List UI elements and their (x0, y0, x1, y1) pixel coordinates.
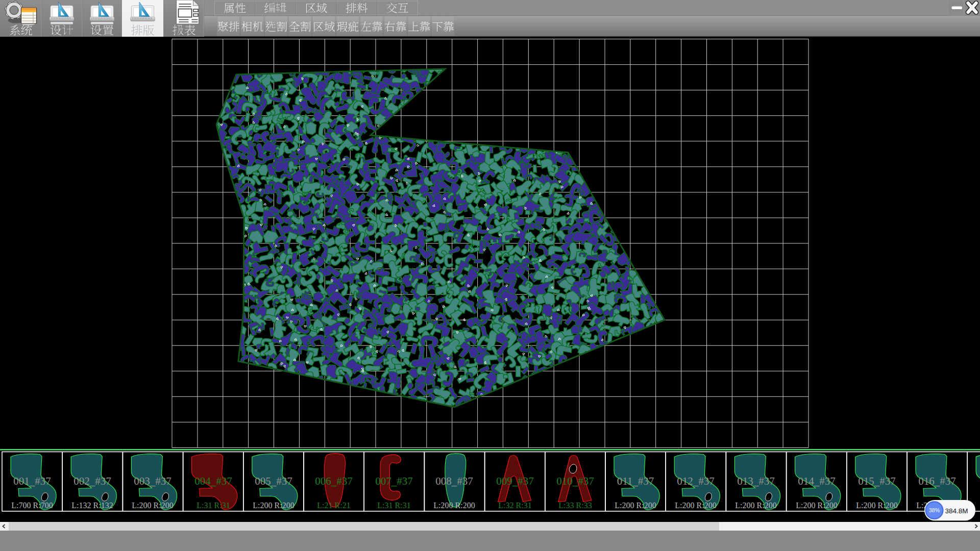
svg-text:015_#37: 015_#37 (858, 475, 896, 487)
svg-text:L:700 R:700: L:700 R:700 (11, 501, 53, 510)
svg-text:L:200 R:200: L:200 R:200 (856, 501, 897, 510)
svg-text:014_#37: 014_#37 (798, 475, 836, 487)
svg-text:011_#37: 011_#37 (617, 475, 654, 487)
svg-text:012_#37: 012_#37 (677, 475, 715, 487)
svg-text:010_#37: 010_#37 (556, 475, 594, 487)
svg-text:013_#37: 013_#37 (737, 475, 775, 487)
svg-text:38%: 38% (929, 507, 940, 513)
svg-text:L:132 R:132: L:132 R:132 (71, 501, 113, 510)
svg-text:002_#37: 002_#37 (74, 475, 111, 487)
svg-text:007_#37: 007_#37 (375, 475, 413, 487)
svg-text:L:33 R:33: L:33 R:33 (558, 501, 592, 510)
svg-text:L:200 R:200: L:200 R:200 (433, 501, 475, 510)
svg-text:006_#37: 006_#37 (315, 475, 353, 487)
svg-text:L:200 R:200: L:200 R:200 (132, 501, 173, 510)
svg-text:L:200 R:200: L:200 R:200 (735, 501, 776, 510)
svg-text:L:31 R:31: L:31 R:31 (197, 501, 230, 510)
svg-text:003_#37: 003_#37 (134, 475, 172, 487)
svg-text:005_#37: 005_#37 (255, 475, 292, 487)
svg-text:L:31 R:31: L:31 R:31 (377, 501, 410, 510)
svg-text:008_#37: 008_#37 (435, 475, 473, 487)
svg-text:001_#37: 001_#37 (13, 475, 51, 487)
svg-text:L:200 R:200: L:200 R:200 (796, 501, 837, 510)
svg-text:384.8M: 384.8M (945, 507, 968, 515)
svg-text:L:21 R:21: L:21 R:21 (317, 501, 350, 510)
svg-text:016_#37: 016_#37 (918, 475, 956, 487)
svg-text:L:32 R:31: L:32 R:31 (498, 501, 531, 510)
svg-text:L:200 R:200: L:200 R:200 (615, 501, 656, 510)
svg-text:L:200 R:200: L:200 R:200 (253, 501, 294, 510)
svg-text:L:200 R:200: L:200 R:200 (675, 501, 716, 510)
svg-text:004_#37: 004_#37 (194, 475, 232, 487)
svg-text:009_#37: 009_#37 (496, 475, 534, 487)
